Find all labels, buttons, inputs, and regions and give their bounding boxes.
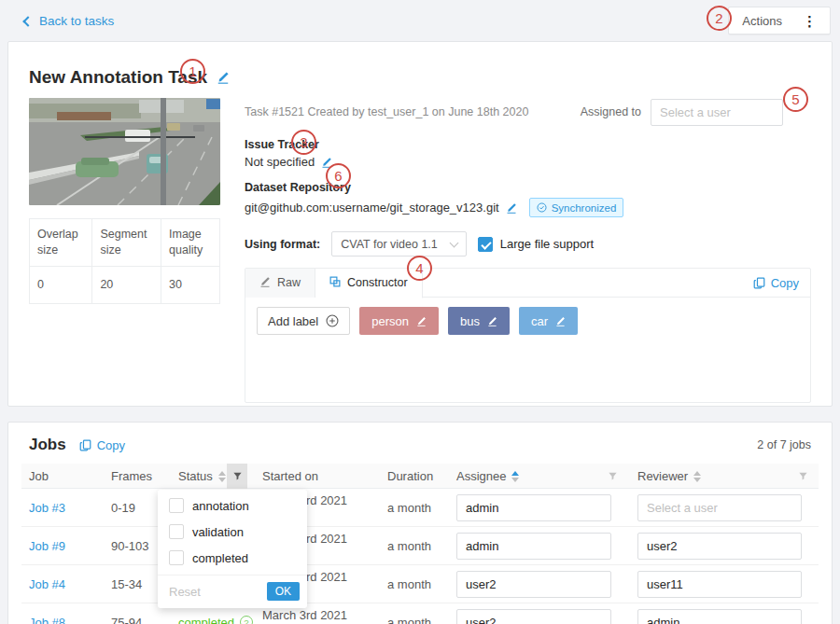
format-select-value: CVAT for video 1.1 (341, 238, 438, 251)
edit-task-name-icon[interactable] (217, 71, 230, 84)
sync-badge-label: Synchronized (552, 202, 617, 214)
jobs-table: Job Frames Status Started on Duration As… (21, 464, 819, 624)
column-header-duration: Duration (380, 464, 449, 489)
filter-option-completed[interactable]: completed (158, 545, 307, 571)
jobs-card: Jobs Copy 2 of 7 jobs Job Frames Status … (7, 422, 833, 624)
issue-tracker-value: Not specified (245, 155, 315, 169)
table-row: Job #8 75-94 completed ? March 3rd 2021 … (21, 603, 819, 624)
check-circle-icon (537, 202, 547, 213)
assignee-input[interactable] (456, 571, 611, 598)
task-meta: Task #1521 Created by test_user_1 on Jun… (245, 105, 528, 118)
assignee-input[interactable] (456, 494, 611, 521)
job-link[interactable]: Job #4 (29, 577, 65, 591)
sort-reviewer-control[interactable] (693, 471, 701, 482)
annotation-circle-6: 6 (326, 163, 351, 188)
reviewer-input[interactable] (637, 571, 802, 598)
edit-label-icon[interactable] (555, 316, 566, 326)
job-link[interactable]: Job #8 (29, 616, 65, 624)
actions-label: Actions (742, 14, 782, 28)
pencil-icon (259, 276, 271, 290)
job-duration: a month (380, 616, 449, 624)
column-header-job: Job (21, 464, 104, 489)
filter-option-label: annotation (192, 499, 249, 513)
question-circle-icon: ? (240, 616, 253, 624)
assigned-to-label: Assigned to (581, 105, 641, 118)
column-header-status[interactable]: Status (171, 464, 255, 489)
task-details-card: New Annotation Task (7, 41, 833, 407)
copy-labels-button[interactable]: Copy (753, 276, 799, 290)
format-select[interactable]: CVAT for video 1.1 (331, 231, 467, 257)
completed-checkbox[interactable] (169, 550, 184, 565)
large-file-support-label: Large file support (500, 237, 594, 251)
label-tag-bus-name: bus (460, 314, 480, 328)
tab-raw[interactable]: Raw (245, 269, 315, 298)
copy-icon (79, 439, 91, 451)
using-format-label: Using format: (245, 238, 320, 251)
tab-constructor[interactable]: Constructor (315, 269, 423, 298)
label-tag-bus[interactable]: bus (448, 307, 510, 335)
add-label-button[interactable]: Add label (257, 307, 350, 335)
column-header-assignee[interactable]: Assignee (449, 464, 630, 489)
filter-option-label: completed (192, 551, 248, 565)
jobs-count: 2 of 7 jobs (757, 438, 811, 451)
status-badge: completed ? (178, 616, 253, 624)
table-row: Job #9 90-103 March 3rd 2021 16:03 a mon… (21, 527, 819, 565)
sort-assignee-control[interactable] (511, 471, 519, 482)
label-tag-car-name: car (531, 314, 548, 328)
tab-constructor-label: Constructor (347, 276, 408, 289)
plus-circle-icon (326, 314, 339, 327)
block-icon (329, 276, 341, 290)
annotation-circle-4: 4 (407, 256, 432, 281)
issue-tracker-label: Issue Tracker (245, 138, 811, 151)
param-header-overlap: Overlap size (30, 219, 92, 267)
filter-option-validation[interactable]: validation (158, 519, 307, 545)
label-tag-car[interactable]: car (519, 307, 578, 335)
reviewer-input[interactable] (637, 533, 802, 560)
reviewer-input[interactable] (637, 609, 802, 624)
job-link[interactable]: Job #9 (29, 539, 65, 553)
chevron-down-icon (449, 238, 458, 247)
jobs-title: Jobs (29, 436, 66, 454)
chevron-left-icon (22, 16, 33, 26)
table-row: Job #4 15-34 March 3rd 2021 16:03 a mont… (21, 565, 819, 603)
tab-raw-label: Raw (277, 276, 301, 289)
filter-option-annotation[interactable]: annotation (158, 490, 307, 519)
add-label-text: Add label (268, 314, 318, 328)
task-preview-image (29, 98, 220, 205)
sort-status-control[interactable] (218, 471, 226, 482)
assignee-input[interactable] (456, 609, 611, 624)
job-duration: a month (380, 539, 449, 553)
filter-status-icon[interactable] (227, 464, 247, 489)
copy-jobs-button[interactable]: Copy (79, 438, 125, 452)
param-value-quality: 30 (161, 266, 220, 303)
job-link[interactable]: Job #3 (29, 501, 65, 515)
edit-label-icon[interactable] (416, 316, 427, 326)
validation-checkbox[interactable] (169, 524, 184, 539)
actions-button[interactable]: Actions ⋮ (728, 7, 831, 35)
filter-assignee-icon[interactable] (602, 464, 623, 489)
job-frames: 75-94 (104, 616, 171, 624)
edit-repository-icon[interactable] (506, 202, 517, 214)
param-header-quality: Image quality (161, 219, 220, 267)
param-header-segment: Segment size (92, 219, 161, 267)
column-header-reviewer[interactable]: Reviewer (630, 464, 820, 489)
assigned-to-input[interactable] (651, 99, 783, 126)
assignee-input[interactable] (456, 533, 611, 560)
annotation-checkbox[interactable] (169, 498, 184, 513)
table-row: Job #3 0-19 March 3rd 2021 16:03 a month (21, 489, 819, 527)
filter-reviewer-icon[interactable] (792, 464, 813, 489)
annotation-circle-3: 3 (291, 130, 316, 155)
param-value-segment: 20 (92, 266, 161, 303)
filter-ok-button[interactable]: OK (267, 582, 300, 601)
column-header-frames: Frames (104, 464, 171, 489)
copy-icon (753, 277, 765, 289)
large-file-support-checkbox[interactable] (478, 237, 493, 252)
labels-editor: Raw Constructor Copy Add l (245, 268, 811, 403)
dataset-repository-url: git@github.com:username/git_storage_v123… (245, 201, 499, 215)
filter-reset-button[interactable]: Reset (169, 585, 201, 599)
edit-label-icon[interactable] (487, 316, 497, 326)
reviewer-input[interactable] (637, 494, 802, 521)
back-to-tasks-link[interactable]: Back to tasks (24, 14, 114, 28)
label-tag-person[interactable]: person (359, 307, 439, 335)
job-duration: a month (380, 501, 449, 515)
